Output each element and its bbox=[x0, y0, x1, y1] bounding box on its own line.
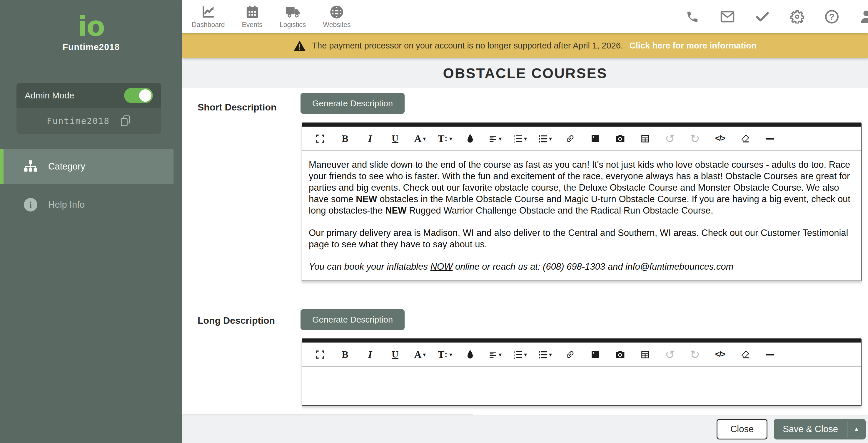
svg-text:2: 2 bbox=[514, 353, 515, 356]
svg-text:1: 1 bbox=[514, 350, 515, 353]
align-icon[interactable]: ▾ bbox=[483, 127, 507, 151]
code-view-icon[interactable]: </> bbox=[708, 127, 733, 151]
editor-toolbar: B I U A▾ T↕▾ ▾ 123 ▾ ▾ ↺ ↻ </> bbox=[302, 343, 861, 367]
svg-text:2: 2 bbox=[514, 137, 515, 140]
font-size-icon[interactable]: T↕▾ bbox=[433, 127, 458, 151]
svg-text:1: 1 bbox=[514, 134, 515, 137]
help-icon[interactable]: ? bbox=[825, 10, 839, 24]
color-drop-icon[interactable] bbox=[458, 343, 483, 367]
italic-icon[interactable]: I bbox=[358, 343, 382, 367]
clear-format-icon[interactable] bbox=[733, 343, 757, 367]
admin-account-value: Funtime2018 bbox=[47, 116, 110, 126]
top-bar: Dashboard Events Logistics Websites bbox=[182, 0, 868, 33]
camera-icon[interactable] bbox=[608, 127, 632, 151]
page-title: OBSTACLE COURSES bbox=[443, 65, 607, 81]
mail-icon[interactable] bbox=[720, 11, 735, 23]
long-description-label: Long Description bbox=[197, 315, 275, 326]
svg-text:3: 3 bbox=[514, 356, 515, 359]
save-close-split-button: Save & Close ▲ bbox=[774, 419, 866, 440]
long-description-editor: B I U A▾ T↕▾ ▾ 123 ▾ ▾ ↺ ↻ </> bbox=[302, 338, 862, 406]
underline-icon[interactable]: U bbox=[382, 343, 407, 367]
top-nav: Dashboard Events Logistics Websites bbox=[182, 4, 351, 29]
editor-top-bar bbox=[302, 339, 861, 343]
nav-logistics[interactable]: Logistics bbox=[280, 4, 306, 29]
top-icon-group: ? bbox=[686, 10, 868, 24]
italic-icon[interactable]: I bbox=[358, 127, 382, 151]
unordered-list-icon[interactable]: ▾ bbox=[532, 127, 558, 151]
undo-icon[interactable]: ↺ bbox=[657, 127, 682, 151]
svg-text:3: 3 bbox=[514, 140, 515, 143]
image-icon[interactable] bbox=[583, 127, 608, 151]
bold-icon[interactable]: B bbox=[333, 343, 358, 367]
warning-banner: The payment processor on your account is… bbox=[182, 33, 868, 58]
admin-mode-toggle[interactable] bbox=[124, 88, 153, 103]
horizontal-rule-icon[interactable] bbox=[757, 343, 782, 367]
long-description-content[interactable] bbox=[302, 367, 861, 405]
app-logo: io bbox=[78, 15, 105, 39]
redo-icon[interactable]: ↻ bbox=[682, 127, 708, 151]
undo-icon[interactable]: ↺ bbox=[657, 343, 682, 367]
calendar-icon bbox=[246, 4, 259, 20]
horizontal-rule-icon[interactable] bbox=[757, 127, 782, 151]
align-icon[interactable]: ▾ bbox=[483, 343, 507, 367]
sidebar-item-label: Help Info bbox=[48, 200, 85, 210]
sidebar-item-help-info[interactable]: i Help Info bbox=[0, 192, 174, 218]
save-close-button[interactable]: Save & Close bbox=[774, 419, 847, 440]
admin-mode-label: Admin Mode bbox=[25, 91, 74, 100]
fullscreen-icon[interactable] bbox=[308, 127, 333, 151]
globe-icon bbox=[330, 4, 343, 20]
account-name: Funtime2018 bbox=[63, 42, 120, 52]
link-icon[interactable] bbox=[558, 343, 583, 367]
sidebar-item-category[interactable]: Category bbox=[0, 149, 174, 184]
table-icon[interactable] bbox=[632, 127, 657, 151]
short-description-label: Short Description bbox=[197, 102, 276, 113]
editor-toolbar: B I U A▾ T↕▾ ▾ 123 ▾ ▾ ↺ ↻ </> bbox=[302, 127, 861, 151]
dashboard-chart-icon bbox=[202, 4, 215, 20]
sitemap-icon bbox=[22, 160, 39, 173]
info-icon: i bbox=[22, 198, 39, 211]
sidebar: io Funtime2018 Admin Mode Funtime2018 Ca… bbox=[0, 0, 182, 443]
sidebar-item-label: Category bbox=[48, 161, 85, 172]
table-icon[interactable] bbox=[632, 343, 657, 367]
underline-icon[interactable]: U bbox=[382, 127, 407, 151]
image-icon[interactable] bbox=[583, 343, 608, 367]
gear-icon[interactable] bbox=[790, 10, 804, 24]
sidebar-header: io Funtime2018 bbox=[0, 0, 182, 67]
editor-top-bar bbox=[302, 123, 861, 127]
clear-format-icon[interactable] bbox=[733, 127, 757, 151]
footer-bar: Close Save & Close ▲ bbox=[182, 415, 868, 443]
caret-up-icon[interactable]: ▲ bbox=[847, 419, 866, 440]
fullscreen-icon[interactable] bbox=[308, 343, 333, 367]
short-description-content[interactable]: Maneuver and slide down to the end of th… bbox=[302, 151, 861, 280]
code-view-icon[interactable]: </> bbox=[708, 343, 733, 367]
bold-icon[interactable]: B bbox=[333, 127, 358, 151]
link-icon[interactable] bbox=[558, 127, 583, 151]
redo-icon[interactable]: ↻ bbox=[682, 343, 708, 367]
font-size-icon[interactable]: T↕▾ bbox=[433, 343, 458, 367]
admin-mode-card: Admin Mode Funtime2018 bbox=[17, 83, 161, 134]
user-icon[interactable] bbox=[860, 10, 868, 24]
generate-description-button-short[interactable]: Generate Description bbox=[301, 93, 405, 114]
color-drop-icon[interactable] bbox=[458, 127, 483, 151]
nav-dashboard[interactable]: Dashboard bbox=[192, 4, 225, 29]
font-family-icon[interactable]: A▾ bbox=[407, 343, 433, 367]
check-icon[interactable] bbox=[756, 11, 769, 23]
ordered-list-icon[interactable]: 123 ▾ bbox=[507, 127, 532, 151]
close-button[interactable]: Close bbox=[717, 419, 768, 440]
ordered-list-icon[interactable]: 123 ▾ bbox=[507, 343, 532, 367]
warning-icon bbox=[294, 40, 306, 51]
phone-icon[interactable] bbox=[686, 10, 699, 24]
nav-websites[interactable]: Websites bbox=[323, 4, 350, 29]
short-description-editor: B I U A▾ T↕▾ ▾ 123 ▾ ▾ ↺ ↻ </> Maneuver … bbox=[302, 123, 862, 281]
truck-icon bbox=[285, 4, 300, 20]
unordered-list-icon[interactable]: ▾ bbox=[532, 343, 558, 367]
banner-message: The payment processor on your account is… bbox=[312, 41, 623, 50]
nav-events[interactable]: Events bbox=[242, 4, 262, 29]
font-family-icon[interactable]: A▾ bbox=[407, 127, 433, 151]
copy-icon[interactable] bbox=[120, 115, 131, 127]
banner-link[interactable]: Click here for more information bbox=[629, 41, 756, 50]
generate-description-button-long[interactable]: Generate Description bbox=[301, 309, 405, 330]
main-content: Short Description Generate Description B… bbox=[182, 88, 868, 415]
title-band: OBSTACLE COURSES bbox=[182, 58, 868, 88]
camera-icon[interactable] bbox=[608, 343, 632, 367]
